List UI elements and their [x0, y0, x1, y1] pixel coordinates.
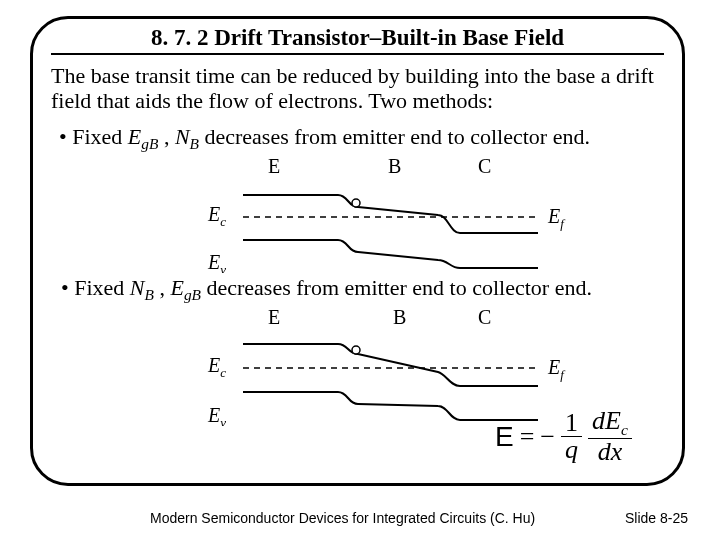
- section-title: 8. 7. 2 Drift Transistor–Built-in Base F…: [51, 25, 664, 55]
- electron-icon-2: [352, 346, 360, 354]
- sym-EgB-sub2: gB: [184, 286, 201, 303]
- content-frame: 8. 7. 2 Drift Transistor–Built-in Base F…: [30, 16, 685, 486]
- eq-num2: dEc: [588, 408, 632, 439]
- d2-label-E: E: [268, 306, 280, 328]
- sym-E2: E: [170, 275, 183, 300]
- b1-text-c: decreases from emitter end to collector …: [199, 124, 590, 149]
- b1-NB: NB: [175, 124, 199, 149]
- d1-Ec-label: Ec: [207, 203, 226, 229]
- eq-equals: =: [520, 422, 535, 452]
- b2-text-a: • Fixed: [61, 275, 130, 300]
- b2-text-c: decreases from emitter end to collector …: [201, 275, 592, 300]
- sym-E: E: [128, 124, 141, 149]
- eq-Ec: E: [605, 406, 621, 435]
- intro-paragraph: The base transit time can be reduced by …: [51, 63, 664, 114]
- bullet-2: • Fixed NB , EgB decreases from emitter …: [61, 275, 664, 304]
- eq-num1: 1: [561, 410, 582, 437]
- band-diagram-1: E B C Ec Ev Ef: [138, 155, 578, 273]
- b1-text-a: • Fixed: [59, 124, 128, 149]
- d1-label-E: E: [268, 155, 280, 177]
- slide: 8. 7. 2 Drift Transistor–Built-in Base F…: [0, 0, 720, 540]
- field-equation: E = − 1 q dEc dx: [495, 408, 670, 465]
- b1-text-b: ,: [158, 124, 175, 149]
- d1-Ec-curve: [243, 195, 538, 233]
- d2-Ec-label: Ec: [207, 354, 226, 380]
- eq-frac1: 1 q: [561, 410, 582, 463]
- eq-den2: dx: [594, 439, 627, 465]
- b2-EgB: EgB: [170, 275, 201, 300]
- b1-EgB: EgB: [128, 124, 159, 149]
- d1-label-B: B: [388, 155, 401, 177]
- d2-Ev-label: Ev: [207, 404, 226, 426]
- sym-NB-sub: B: [190, 135, 199, 152]
- d2-Ev-curve: [243, 392, 538, 420]
- sym-EgB-sub: gB: [141, 135, 158, 152]
- d2-label-B: B: [393, 306, 406, 328]
- eq-frac2: dEc dx: [588, 408, 632, 465]
- b2-NB: NB: [130, 275, 154, 300]
- electron-icon: [352, 199, 360, 207]
- d2-Ec-curve: [243, 344, 538, 386]
- footer-citation: Modern Semiconductor Devices for Integra…: [150, 510, 535, 526]
- eq-neg: −: [540, 422, 555, 452]
- sym-N: N: [175, 124, 190, 149]
- eq-d: d: [592, 406, 605, 435]
- d1-Ev-label: Ev: [207, 251, 226, 273]
- sym-N2: N: [130, 275, 145, 300]
- footer-page-number: Slide 8-25: [625, 510, 688, 526]
- eq-lhs: E: [495, 421, 514, 453]
- eq-Ec-sub: c: [621, 421, 628, 438]
- sym-NB-sub2: B: [145, 286, 154, 303]
- d2-label-C: C: [478, 306, 491, 328]
- d2-Ef-label: Ef: [547, 356, 566, 382]
- d1-label-C: C: [478, 155, 491, 177]
- b2-text-b: ,: [154, 275, 171, 300]
- bullet-1: • Fixed EgB , NB decreases from emitter …: [59, 124, 664, 153]
- eq-den1: q: [561, 437, 582, 463]
- d1-Ef-label: Ef: [547, 205, 566, 231]
- d1-Ev-curve: [243, 240, 538, 268]
